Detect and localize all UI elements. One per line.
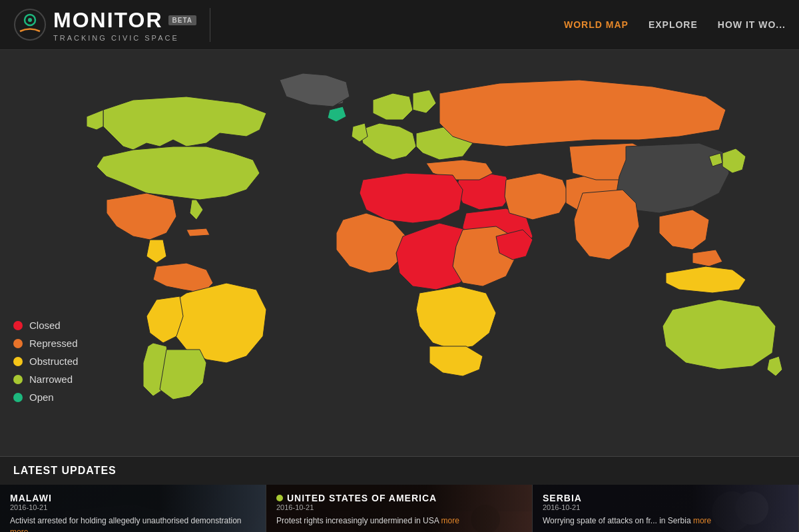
svg-point-2 xyxy=(28,18,32,22)
usa-status-dot xyxy=(276,495,283,501)
update-card-usa[interactable]: UNITED STATES OF AMERICA 2016-10-21 Prot… xyxy=(266,485,533,532)
legend-closed: Closed xyxy=(13,320,78,331)
obstructed-label: Obstructed xyxy=(29,356,78,367)
update-card-serbia[interactable]: SERBIA 2016-10-21 Worrying spate of atta… xyxy=(533,485,799,532)
repressed-dot xyxy=(13,339,23,348)
card-content-serbia: SERBIA 2016-10-21 Worrying spate of atta… xyxy=(533,485,798,532)
nav-world-map[interactable]: WORLD MAP xyxy=(564,19,629,30)
beta-badge: BETA xyxy=(168,15,196,25)
legend-repressed: Repressed xyxy=(13,338,78,349)
usa-date: 2016-10-21 xyxy=(276,503,522,511)
open-dot xyxy=(13,393,23,402)
updates-strip: MOZAMBIQUE MALAWI 2016-10-21 Activist ar… xyxy=(0,485,799,532)
usa-text: Protest rights increasingly undermined i… xyxy=(276,515,522,527)
malawi-date: 2016-10-21 xyxy=(10,503,256,511)
nav-how-it-works[interactable]: HOW IT WO... xyxy=(718,19,786,30)
card-content-malawi: MALAWI 2016-10-21 Activist arrested for … xyxy=(0,485,266,532)
header: MONITOR BETA TRACKING CIVIC SPACE WORLD … xyxy=(0,0,799,50)
latest-updates-header: LATEST UPDATES xyxy=(0,456,799,485)
legend-narrowed: Narrowed xyxy=(13,374,78,385)
narrowed-dot xyxy=(13,375,23,384)
serbia-date: 2016-10-21 xyxy=(543,503,788,511)
closed-dot xyxy=(13,321,23,330)
repressed-label: Repressed xyxy=(29,338,78,349)
serbia-more[interactable]: more xyxy=(693,516,711,525)
serbia-text: Worrying spate of attacks on fr... in Se… xyxy=(543,515,788,527)
usa-more[interactable]: more xyxy=(441,516,459,525)
tracking-subtitle: TRACKING CIVIC SPACE xyxy=(53,34,196,42)
legend-open: Open xyxy=(13,392,78,403)
usa-country: UNITED STATES OF AMERICA xyxy=(287,493,437,503)
latest-updates-label: LATEST UPDATES xyxy=(13,465,117,476)
map-legend: Closed Repressed Obstructed Narrowed Ope… xyxy=(13,320,78,403)
narrowed-label: Narrowed xyxy=(29,374,73,385)
open-label: Open xyxy=(29,392,54,403)
main-nav: WORLD MAP EXPLORE HOW IT WO... xyxy=(564,19,786,30)
closed-label: Closed xyxy=(29,320,61,331)
logo-area: MONITOR BETA TRACKING CIVIC SPACE xyxy=(13,8,210,42)
card-content-usa: UNITED STATES OF AMERICA 2016-10-21 Prot… xyxy=(266,485,532,532)
world-map-svg[interactable] xyxy=(0,50,799,456)
obstructed-dot xyxy=(13,357,23,366)
nav-explore[interactable]: EXPLORE xyxy=(649,19,698,30)
world-map-container[interactable]: Closed Repressed Obstructed Narrowed Ope… xyxy=(0,50,799,456)
update-card-malawi[interactable]: MOZAMBIQUE MALAWI 2016-10-21 Activist ar… xyxy=(0,485,266,532)
civicus-logo-icon xyxy=(13,8,47,41)
monitor-title: MONITOR xyxy=(53,8,163,33)
malawi-country: MALAWI xyxy=(10,493,256,503)
malawi-text: Activist arrested for holding allegedly … xyxy=(10,515,256,532)
malawi-more[interactable]: more xyxy=(10,527,28,532)
legend-obstructed: Obstructed xyxy=(13,356,78,367)
serbia-country: SERBIA xyxy=(543,493,788,503)
brand-title: MONITOR BETA TRACKING CIVIC SPACE xyxy=(53,8,196,42)
